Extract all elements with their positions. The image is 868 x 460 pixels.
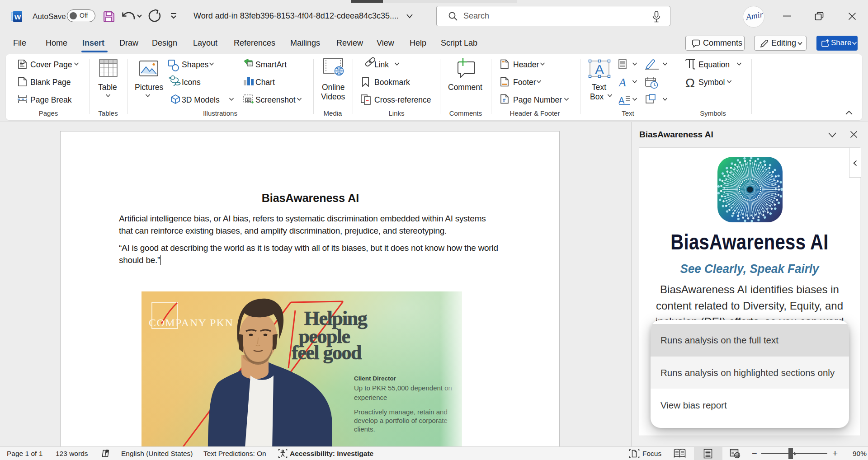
svg-text:develop a portfolio of corpora: develop a portfolio of corporate (354, 417, 448, 424)
svg-text:#: # (503, 98, 505, 103)
svg-text:Up to PKR 55,000 dependent on: Up to PKR 55,000 dependent on (354, 384, 452, 392)
svg-text:Ω: Ω (685, 76, 695, 90)
svg-text:A: A (595, 62, 604, 77)
svg-text:clients.: clients. (354, 425, 375, 433)
svg-text:W: W (14, 13, 21, 21)
svg-text:feel good: feel good (292, 342, 362, 364)
svg-text:COMPANY PKN: COMPANY PKN (149, 317, 233, 329)
svg-text:A: A (618, 95, 625, 105)
svg-text:Proactively manage, retain and: Proactively manage, retain and (354, 408, 448, 416)
svg-text:experience: experience (354, 394, 387, 401)
svg-text:A: A (618, 76, 626, 89)
svg-text:Client Director: Client Director (354, 375, 396, 382)
